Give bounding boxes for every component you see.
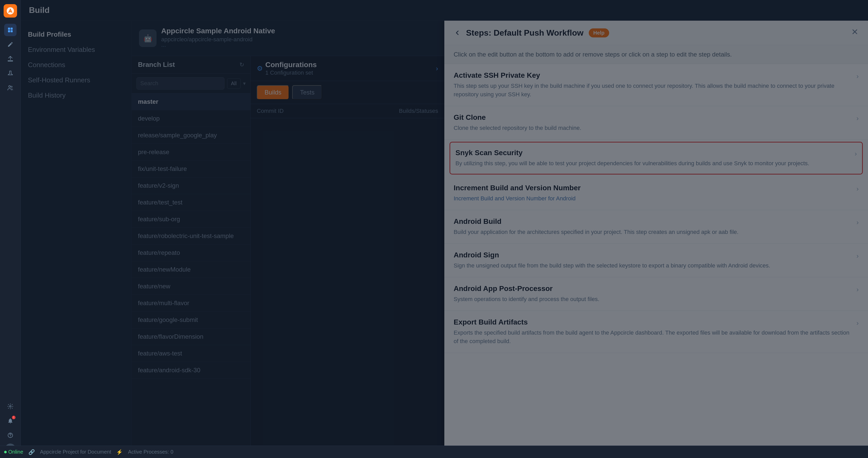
panel-title: Steps: Default Push Workflow [466,28,584,38]
step-title: Git Clone [454,113,852,122]
nav-build-profiles[interactable]: Build Profiles [21,27,131,42]
chevron-right-icon: › [857,185,859,193]
online-label: Online [8,449,23,455]
branch-item-newmodule[interactable]: feature/newModule [132,261,250,278]
branch-item-release[interactable]: release/sample_google_play [132,127,250,144]
refresh-icon[interactable]: ↻ [240,61,244,68]
step-activate-ssh[interactable]: Activate SSH Private Key This step sets … [444,64,868,106]
branch-item-repeato[interactable]: feature/repeato [132,244,250,261]
svg-rect-4 [8,30,10,32]
branch-item-develop[interactable]: develop [132,110,250,127]
svg-point-7 [11,86,12,88]
svg-rect-5 [10,30,13,32]
chevron-down-icon: ▾ [243,80,246,87]
chevron-right-icon: › [857,115,859,122]
sidebar: ! [0,0,21,458]
config-info: Configurations 1 Configuration set [265,61,317,76]
step-title: Android Sign [454,251,852,259]
tab-tests[interactable]: Tests [292,85,322,100]
active-processes-icon: ⚡ [116,449,123,455]
branch-item-pre-release[interactable]: pre-release [132,144,250,161]
step-android-sign[interactable]: Android Sign Sign the unsigned output fi… [444,244,868,277]
sidebar-item-distribute[interactable] [4,53,17,65]
branch-item-test-test[interactable]: feature/test_test [132,194,250,211]
sidebar-item-sign[interactable] [4,38,17,51]
step-desc: By utilizing this step, you will be able… [456,159,850,168]
branch-item-flavor-dim[interactable]: feature/flavorDimension [132,328,250,345]
branch-header: Branch List ↻ [132,56,250,73]
branch-item-new[interactable]: feature/new [132,278,250,295]
branch-all-button[interactable]: All [227,78,241,89]
panel-header: Steps: Default Push Workflow Help [444,21,868,45]
branch-search-input[interactable] [136,77,224,90]
main-content: Build Build Profiles Environment Variabl… [21,0,868,458]
sidebar-notifications[interactable]: ! [4,415,17,427]
tab-builds[interactable]: Builds [257,85,289,100]
sidebar-help[interactable] [4,429,17,441]
online-status: Online [4,449,23,455]
branch-list: master develop release/sample_google_pla… [132,94,250,458]
branch-config-area: Branch List ↻ All ▾ master develop relea… [132,56,444,458]
middle-panel: 🤖 Appcircle Sample Android Native appcir… [132,21,444,458]
step-android-build[interactable]: Android Build Build your application for… [444,210,868,244]
svg-point-1 [9,11,11,12]
nav-self-hosted[interactable]: Self-Hosted Runners [21,72,131,88]
step-android-sign-content: Android Sign Sign the unsigned output fi… [454,251,852,270]
branch-item-v2-sign[interactable]: feature/v2-sign [132,177,250,194]
step-increment-build[interactable]: Increment Build and Version Number Incre… [444,176,868,210]
build-tabs: Builds Tests [251,81,444,104]
app-icon: 🤖 [139,29,157,47]
steps-list: Activate SSH Private Key This step sets … [444,64,868,445]
help-badge[interactable]: Help [589,28,609,37]
branch-item-fix[interactable]: fix/unit-test-failure [132,161,250,177]
config-panel: ⚙ Configurations 1 Configuration set › B… [251,56,444,458]
step-post-processor[interactable]: Android App Post-Processor System operat… [444,277,868,311]
branch-item-aws-test[interactable]: feature/aws-test [132,345,250,362]
content-area: Build Profiles Environment Variables Con… [21,21,868,458]
step-desc: Exports the specified build artifacts fr… [454,328,852,346]
sidebar-item-test[interactable] [4,67,17,79]
step-export-artifacts[interactable]: Export Build Artifacts Exports the speci… [444,311,868,353]
step-git-clone[interactable]: Git Clone Clone the selected repository … [444,106,868,140]
step-snyk-scan[interactable]: Snyk Scan Security By utilizing this ste… [450,142,863,174]
step-snyk-scan-content: Snyk Scan Security By utilizing this ste… [456,149,850,168]
svg-rect-2 [8,28,10,30]
app-icon-row: ··· [161,43,437,50]
nav-connections[interactable]: Connections [21,57,131,72]
sidebar-settings[interactable] [4,400,17,413]
svg-point-8 [9,405,11,407]
step-title: Activate SSH Private Key [454,71,852,79]
branch-item-sub-org[interactable]: feature/sub-org [132,211,250,228]
status-bar: Online 🔗 Appcircle Project for Document … [0,446,868,458]
app-header: 🤖 Appcircle Sample Android Native appcir… [132,21,444,56]
project-label: 🔗 [28,449,35,455]
branch-item-multi-flavor[interactable]: feature/multi-flavor [132,295,250,312]
nav-env-variables[interactable]: Environment Variables [21,42,131,57]
branch-item-google-submit[interactable]: feature/google-submit [132,312,250,328]
app-info: Appcircle Sample Android Native appcircl… [161,27,437,50]
step-desc: Increment Build and Version Number for A… [454,194,852,203]
app-subtitle: appcircleo/appcircle-sample-android [161,36,437,43]
sidebar-item-users[interactable] [4,81,17,94]
gear-icon: ⚙ [257,65,263,72]
step-post-processor-content: Android App Post-Processor System operat… [454,285,852,303]
back-button[interactable] [454,29,461,36]
chevron-right-icon: › [855,150,857,158]
app-logo[interactable] [4,4,17,18]
chevron-right-icon: › [857,286,859,294]
config-nav-arrow[interactable]: › [436,65,438,72]
branch-panel: Branch List ↻ All ▾ master develop relea… [132,56,251,458]
chevron-right-icon: › [857,319,859,327]
chevron-right-icon: › [857,72,859,80]
nav-build-history[interactable]: Build History [21,88,131,103]
status-dot [4,451,7,453]
branch-item-master[interactable]: master [132,94,250,110]
branch-item-robolectric[interactable]: feature/robolectric-unit-test-sample [132,228,250,244]
step-increment-content: Increment Build and Version Number Incre… [454,184,852,203]
close-button[interactable] [851,28,859,38]
topbar: Build [21,0,868,21]
step-android-build-content: Android Build Build your application for… [454,218,852,236]
step-git-clone-content: Git Clone Clone the selected repository … [454,113,852,132]
sidebar-item-build[interactable] [4,24,17,36]
branch-item-android-sdk[interactable]: feature/android-sdk-30 [132,362,250,379]
